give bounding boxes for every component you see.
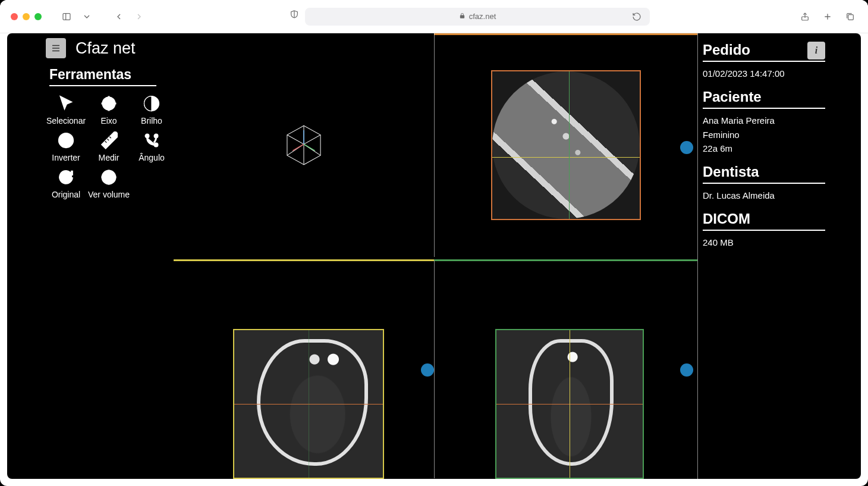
- address-bar[interactable]: cfaz.net: [305, 8, 650, 26]
- info-header: Paciente: [703, 89, 825, 105]
- tool-original[interactable]: Original: [46, 168, 86, 199]
- svg-rect-0: [63, 13, 70, 20]
- tool-label: Original: [52, 190, 80, 199]
- tool-angle[interactable]: Ângulo: [131, 131, 172, 162]
- axial-crosshair-v: [569, 71, 570, 219]
- dicom-size: 240 MB: [703, 236, 825, 249]
- tool-label: Ângulo: [139, 153, 165, 162]
- sidebar-toggle-icon[interactable]: [59, 10, 74, 23]
- tool-label: Ver volume: [88, 190, 130, 199]
- info-section-dentista: Dentista: [703, 164, 825, 184]
- svg-line-33: [304, 144, 315, 150]
- tools-grid: Selecionar Eixo Brilho: [46, 95, 174, 199]
- sagittal-slice-frame: [495, 329, 644, 479]
- undo-icon: [57, 168, 75, 186]
- reload-icon[interactable]: [630, 10, 644, 23]
- viewport-sagittal[interactable]: [434, 259, 697, 478]
- dentista-name: Dr. Lucas Almeida: [703, 189, 825, 202]
- svg-point-10: [103, 98, 115, 109]
- tool-label: Inverter: [52, 153, 80, 162]
- browser-chrome: cfaz.net: [0, 0, 868, 33]
- left-panel: Cfaz net Ferramentas Selecionar Eixo: [46, 38, 174, 199]
- svg-line-32: [293, 144, 304, 150]
- tool-invert[interactable]: Inverter: [46, 131, 86, 162]
- axial-slice-frame: [491, 70, 641, 220]
- divider-handle-bl[interactable]: [421, 363, 434, 377]
- axial-crosshair-h: [492, 157, 640, 158]
- svg-point-23: [155, 143, 158, 146]
- divider-handle-br[interactable]: [680, 363, 693, 377]
- viewport-coronal[interactable]: [174, 259, 434, 478]
- svg-point-16: [59, 134, 73, 148]
- menu-button[interactable]: [46, 38, 66, 58]
- tool-select[interactable]: Selecionar: [46, 95, 86, 126]
- info-section-dicom: DICOM: [703, 211, 825, 231]
- sphere-icon: [100, 168, 118, 186]
- tool-axis[interactable]: Eixo: [89, 95, 129, 126]
- coronal-crosshair-v: [309, 330, 309, 478]
- tool-label: Selecionar: [46, 116, 86, 126]
- sagittal-slice-image: [496, 330, 643, 478]
- info-header: DICOM: [703, 211, 825, 227]
- window-close-button[interactable]: [11, 13, 18, 20]
- tool-label: Eixo: [100, 116, 117, 126]
- cursor-icon: [57, 95, 75, 112]
- privacy-shield-icon[interactable]: [287, 8, 301, 21]
- orientation-cube-icon[interactable]: [174, 33, 434, 257]
- browser-window: cfaz.net: [0, 0, 868, 486]
- svg-rect-17: [102, 131, 118, 149]
- lock-icon: [459, 12, 466, 21]
- tool-label: Brilho: [141, 116, 162, 126]
- viewport-3d[interactable]: [174, 33, 434, 257]
- svg-rect-6: [848, 14, 854, 20]
- circle-outline-icon: [57, 131, 75, 149]
- divider-handle-tr[interactable]: [680, 141, 693, 154]
- tool-brightness[interactable]: Brilho: [131, 95, 172, 126]
- ruler-icon: [100, 131, 118, 149]
- viewport-axial[interactable]: [434, 33, 697, 257]
- svg-point-26: [106, 171, 112, 184]
- tool-volume[interactable]: Ver volume: [89, 168, 129, 199]
- paciente-age: 22a 6m: [703, 142, 825, 155]
- window-zoom-button[interactable]: [34, 13, 42, 20]
- tool-label: Medir: [98, 153, 119, 162]
- coronal-slice-image: [234, 330, 383, 478]
- forward-button[interactable]: [132, 10, 146, 23]
- tools-divider: [49, 85, 156, 86]
- app-viewport: Cfaz net Ferramentas Selecionar Eixo: [7, 33, 861, 479]
- info-section-paciente: Paciente: [703, 89, 825, 109]
- tabs-overview-icon[interactable]: [843, 10, 857, 23]
- share-icon[interactable]: [798, 10, 812, 23]
- address-bar-text: cfaz.net: [469, 12, 496, 21]
- chrome-right-controls: [798, 10, 857, 23]
- contrast-icon: [143, 95, 161, 112]
- paciente-name: Ana Maria Pereira: [703, 114, 825, 127]
- info-header: Dentista: [703, 164, 825, 180]
- crosshair-icon: [100, 95, 118, 112]
- paciente-gender: Feminino: [703, 128, 825, 142]
- right-divider: [697, 33, 698, 479]
- sagittal-crosshair-v: [570, 330, 570, 478]
- info-panel: i Pedido 01/02/2023 14:47:00 Paciente An…: [703, 42, 825, 258]
- pedido-datetime: 01/02/2023 14:47:00: [703, 67, 825, 80]
- chevron-down-icon[interactable]: [80, 10, 94, 23]
- tool-measure[interactable]: Medir: [89, 131, 129, 162]
- coronal-slice-frame: [233, 329, 384, 479]
- tools-header: Ferramentas: [49, 67, 174, 83]
- axial-slice-image: [492, 71, 640, 219]
- protractor-icon: [143, 131, 161, 149]
- svg-point-21: [146, 134, 149, 137]
- back-button[interactable]: [112, 10, 126, 23]
- app-title: Cfaz net: [76, 39, 136, 58]
- window-minimize-button[interactable]: [23, 13, 30, 20]
- info-icon[interactable]: i: [807, 42, 825, 59]
- new-tab-icon[interactable]: [820, 10, 835, 23]
- svg-point-22: [155, 134, 158, 137]
- traffic-lights: [11, 13, 42, 20]
